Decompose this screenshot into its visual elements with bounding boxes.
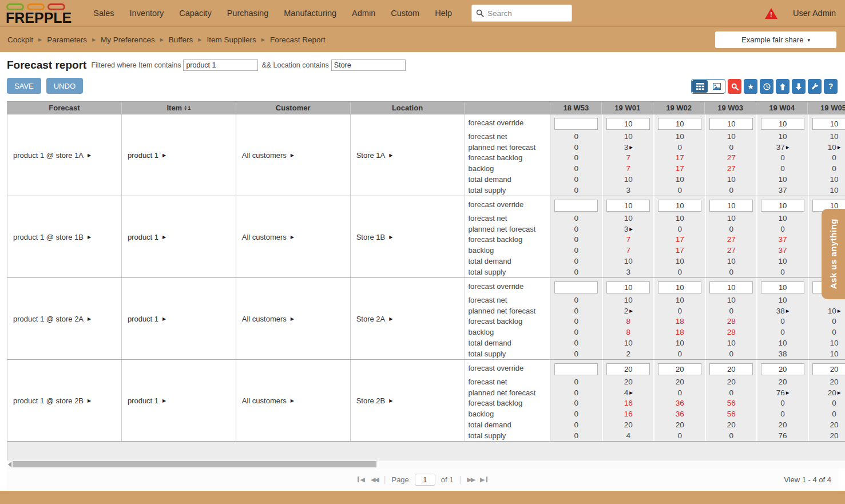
- breadcrumb-item[interactable]: Cockpit: [7, 35, 33, 44]
- location-cell[interactable]: Store 2B▶: [351, 360, 465, 441]
- forecast-override-input[interactable]: [812, 118, 845, 130]
- scenario-selector[interactable]: Example fair share ▾: [715, 31, 836, 48]
- customize-button[interactable]: [808, 79, 822, 94]
- forecast-override-input[interactable]: [554, 118, 598, 130]
- nav-item-sales[interactable]: Sales: [93, 9, 114, 18]
- item-cell[interactable]: product 1▶: [122, 360, 236, 441]
- forecast-override-input[interactable]: [554, 363, 598, 375]
- customer-cell[interactable]: All customers▶: [236, 114, 351, 196]
- item-cell[interactable]: product 1▶: [122, 114, 236, 196]
- drilldown-arrow-icon[interactable]: ▶: [88, 398, 91, 403]
- save-button[interactable]: SAVE: [7, 78, 41, 94]
- forecast-override-input[interactable]: [709, 200, 753, 212]
- location-cell[interactable]: Store 1A▶: [351, 114, 465, 196]
- horizontal-scrollbar[interactable]: [7, 461, 845, 469]
- drilldown-arrow-icon[interactable]: ▶: [389, 235, 392, 240]
- search-input[interactable]: [471, 5, 572, 22]
- customer-cell[interactable]: All customers▶: [236, 278, 351, 359]
- forecast-override-input[interactable]: [606, 281, 650, 293]
- week-header[interactable]: 19 W02: [653, 102, 705, 114]
- drilldown-arrow-icon[interactable]: ▶: [291, 316, 294, 322]
- week-header[interactable]: 19 W03: [705, 102, 756, 114]
- drilldown-arrow-icon[interactable]: ▶: [162, 316, 166, 322]
- warning-icon[interactable]: !: [765, 8, 777, 19]
- help-button[interactable]: ?: [824, 79, 838, 94]
- frepple-logo[interactable]: FREPPLE: [6, 3, 72, 25]
- drilldown-arrow-icon[interactable]: ▶: [389, 398, 392, 403]
- forecast-override-input[interactable]: [658, 118, 701, 130]
- nav-item-manufacturing[interactable]: Manufacturing: [284, 9, 336, 18]
- customer-cell[interactable]: All customers▶: [236, 196, 351, 277]
- drilldown-arrow-icon[interactable]: ▶: [88, 316, 91, 322]
- forecast-override-input[interactable]: [709, 281, 753, 293]
- drilldown-arrow-icon[interactable]: ▶: [291, 235, 294, 240]
- forecast-override-input[interactable]: [709, 363, 753, 375]
- detail-arrow-icon[interactable]: ▶: [786, 308, 790, 313]
- week-header[interactable]: 19 W01: [602, 102, 653, 114]
- forecast-override-input[interactable]: [658, 363, 701, 375]
- detail-arrow-icon[interactable]: ▶: [629, 145, 633, 150]
- location-cell[interactable]: Store 1B▶: [351, 196, 465, 277]
- next-page-button[interactable]: ▶▶: [467, 476, 474, 483]
- detail-arrow-icon[interactable]: ▶: [629, 227, 633, 232]
- user-menu[interactable]: User Admin: [793, 9, 836, 18]
- drilldown-arrow-icon[interactable]: ▶: [162, 153, 166, 158]
- forecast-cell[interactable]: product 1 @ store 1A▶: [7, 114, 122, 196]
- forecast-override-input[interactable]: [554, 281, 598, 293]
- forecast-override-input[interactable]: [606, 363, 650, 375]
- drilldown-arrow-icon[interactable]: ▶: [162, 398, 166, 403]
- breadcrumb-item[interactable]: Parameters: [47, 35, 87, 44]
- breadcrumb-item[interactable]: Item Suppliers: [207, 35, 256, 44]
- forecast-override-input[interactable]: [761, 118, 804, 130]
- graph-view-button[interactable]: [709, 80, 724, 93]
- nav-item-admin[interactable]: Admin: [352, 9, 375, 18]
- customer-cell[interactable]: All customers▶: [236, 360, 351, 441]
- breadcrumb-item[interactable]: Buffers: [169, 35, 193, 44]
- forecast-cell[interactable]: product 1 @ store 2A▶: [7, 278, 122, 359]
- export-button[interactable]: [776, 79, 790, 94]
- forecast-override-input[interactable]: [761, 200, 804, 212]
- page-input[interactable]: [415, 474, 435, 486]
- breadcrumb-item[interactable]: My Preferences: [101, 35, 155, 44]
- detail-arrow-icon[interactable]: ▶: [786, 390, 790, 395]
- drilldown-arrow-icon[interactable]: ▶: [291, 153, 294, 158]
- first-page-button[interactable]: ◀: [356, 476, 364, 483]
- last-page-button[interactable]: ▶: [480, 476, 488, 483]
- favorites-button[interactable]: ★: [744, 79, 757, 94]
- forecast-override-input[interactable]: [709, 118, 753, 130]
- filter-item-input[interactable]: [183, 59, 258, 71]
- time-buckets-button[interactable]: [760, 79, 773, 94]
- forecast-override-input[interactable]: [761, 363, 804, 375]
- column-header-customer[interactable]: Customer: [236, 102, 351, 114]
- forecast-override-input[interactable]: [658, 200, 701, 212]
- drilldown-arrow-icon[interactable]: ▶: [291, 398, 294, 403]
- prev-page-button[interactable]: ◀◀: [371, 476, 378, 483]
- filter-location-input[interactable]: [331, 59, 406, 71]
- forecast-override-input[interactable]: [554, 200, 598, 212]
- location-cell[interactable]: Store 2A▶: [351, 278, 465, 359]
- week-header[interactable]: 19 W04: [756, 102, 808, 114]
- item-cell[interactable]: product 1▶: [122, 196, 236, 277]
- detail-arrow-icon[interactable]: ▶: [629, 390, 633, 395]
- detail-arrow-icon[interactable]: ▶: [838, 390, 841, 395]
- drilldown-arrow-icon[interactable]: ▶: [88, 153, 91, 158]
- forecast-cell[interactable]: product 1 @ store 2B▶: [7, 360, 122, 441]
- search-filter-button[interactable]: [728, 79, 741, 94]
- nav-item-inventory[interactable]: Inventory: [130, 9, 164, 18]
- column-header-forecast[interactable]: Forecast: [7, 102, 122, 114]
- forecast-override-input[interactable]: [606, 118, 650, 130]
- nav-item-purchasing[interactable]: Purchasing: [227, 9, 269, 18]
- breadcrumb-item[interactable]: Forecast Report: [270, 35, 326, 44]
- table-view-button[interactable]: [692, 80, 708, 93]
- detail-arrow-icon[interactable]: ▶: [786, 145, 790, 150]
- import-button[interactable]: [792, 79, 806, 94]
- forecast-override-input[interactable]: [606, 200, 650, 212]
- forecast-override-input[interactable]: [812, 363, 845, 375]
- scroll-left-arrow-icon[interactable]: [8, 462, 11, 467]
- forecast-override-input[interactable]: [761, 281, 804, 293]
- forecast-cell[interactable]: product 1 @ store 1B▶: [7, 196, 122, 277]
- week-header[interactable]: 18 W53: [550, 102, 602, 114]
- detail-arrow-icon[interactable]: ▶: [838, 145, 841, 150]
- forecast-override-input[interactable]: [658, 281, 701, 293]
- column-header-location[interactable]: Location: [351, 102, 465, 114]
